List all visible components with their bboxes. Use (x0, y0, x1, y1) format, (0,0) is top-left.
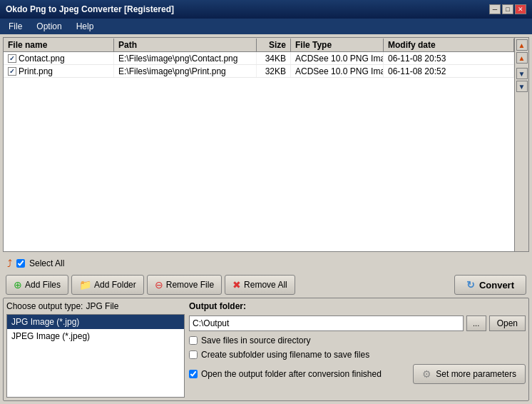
minimize-button[interactable]: ─ (489, 4, 501, 14)
scroll-up-button[interactable]: ▲ (516, 52, 528, 64)
menu-bar: File Option Help (0, 19, 532, 34)
save-source-row: Save files in source directory (189, 335, 526, 345)
browse-button[interactable]: ... (466, 315, 486, 331)
row2-checkbox[interactable] (8, 67, 16, 76)
convert-button[interactable]: ↻ Convert (454, 275, 526, 295)
main-content: File name Path Size File Type Modify dat… (0, 34, 532, 404)
set-params-button[interactable]: ⚙ Set more parameters (413, 364, 526, 384)
maximize-button[interactable]: □ (502, 4, 513, 14)
format-list: JPG Image (*.jpg) JPEG Image (*.jpeg) (6, 314, 185, 398)
bottom-panel: Choose output type: JPG File JPG Image (… (3, 298, 529, 401)
toolbar: ⊕ Add Files 📁 Add Folder ⊖ Remove File ✖… (3, 272, 529, 298)
row1-checkbox[interactable] (8, 54, 16, 63)
row1-moddate: 06-11-08 20:53 (384, 52, 514, 64)
open-folder-button[interactable]: Open (489, 315, 526, 331)
window-controls: ─ □ ✕ (489, 4, 526, 14)
import-icon: ⤴ (7, 258, 12, 269)
open-after-row: Open the output folder after conversion … (189, 369, 382, 379)
col-path: Path (114, 39, 257, 51)
row2-path: E:\Files\image\png\Print.png (114, 65, 257, 77)
remove-file-button[interactable]: ⊖ Remove File (147, 275, 222, 295)
table-body: Contact.png E:\Files\image\png\Contact.p… (4, 52, 514, 78)
col-filetype: File Type (291, 39, 384, 51)
table-header: File name Path Size File Type Modify dat… (4, 38, 514, 52)
remove-icon: ⊖ (155, 279, 163, 291)
col-size: Size (257, 39, 291, 51)
file-list-container: File name Path Size File Type Modify dat… (3, 37, 529, 252)
select-all-checkbox[interactable] (16, 259, 25, 268)
format-jpeg[interactable]: JPEG Image (*.jpeg) (7, 329, 184, 343)
select-all-row: ⤴ Select All (3, 255, 529, 272)
table-row[interactable]: Contact.png E:\Files\image\png\Contact.p… (4, 52, 514, 65)
row2-checkbox-cell: Print.png (8, 66, 53, 76)
col-filename: File name (4, 39, 114, 51)
row1-path: E:\Files\image\png\Contact.png (114, 52, 257, 64)
format-jpg[interactable]: JPG Image (*.jpg) (7, 315, 184, 329)
output-type-label: Choose output type: JPG File (6, 301, 185, 311)
remove-all-icon: ✖ (232, 279, 241, 291)
save-source-checkbox[interactable] (189, 336, 198, 345)
row2-filetype: ACDSee 10.0 PNG Image (291, 65, 384, 77)
folder-path-input[interactable] (189, 315, 464, 331)
row1-size: 34KB (257, 52, 291, 64)
file-table: File name Path Size File Type Modify dat… (4, 38, 514, 251)
gear-icon: ⚙ (422, 368, 431, 380)
scroll-bottom-button[interactable]: ▼ (516, 81, 528, 92)
scroll-down-button[interactable]: ▼ (516, 68, 528, 79)
output-folder-section: Output folder: ... Open Save files in so… (189, 301, 526, 398)
menu-help[interactable]: Help (73, 21, 97, 32)
menu-option[interactable]: Option (34, 21, 64, 32)
convert-icon: ↻ (466, 279, 475, 291)
table-row[interactable]: Print.png E:\Files\image\png\Print.png 3… (4, 65, 514, 78)
open-after-checkbox[interactable] (189, 370, 198, 378)
row1-checkbox-cell: Contact.png (8, 54, 65, 64)
col-moddate: Modify date (384, 39, 514, 51)
subfolder-label: Create subfolder using filename to save … (201, 350, 369, 360)
title-bar: Okdo Png to Jpeg Converter [Registered] … (0, 0, 532, 19)
row2-size: 32KB (257, 65, 291, 77)
remove-all-button[interactable]: ✖ Remove All (225, 275, 295, 295)
row2-moddate: 06-11-08 20:52 (384, 65, 514, 77)
row1-filename: Contact.png (4, 52, 114, 64)
add-folder-button[interactable]: 📁 Add Folder (71, 275, 144, 295)
folder-icon: 📁 (79, 279, 91, 291)
add-icon: ⊕ (14, 279, 22, 291)
open-after-label: Open the output folder after conversion … (201, 369, 382, 379)
scroll-top-button[interactable]: ▲ (516, 39, 528, 51)
output-folder-label: Output folder: (189, 301, 526, 311)
add-files-button[interactable]: ⊕ Add Files (6, 275, 68, 295)
output-type-section: Choose output type: JPG File JPG Image (… (6, 301, 185, 398)
scroll-buttons: ▲ ▲ ▼ ▼ (514, 38, 528, 251)
close-button[interactable]: ✕ (515, 4, 526, 14)
subfolder-row: Create subfolder using filename to save … (189, 350, 526, 360)
select-all-label: Select All (29, 258, 64, 268)
open-after-row-container: Open the output folder after conversion … (189, 364, 526, 384)
save-source-label: Save files in source directory (201, 335, 310, 345)
menu-file[interactable]: File (6, 21, 25, 32)
row2-filename: Print.png (4, 65, 114, 77)
subfolder-checkbox[interactable] (189, 350, 198, 359)
row1-filetype: ACDSee 10.0 PNG Image (291, 52, 384, 64)
folder-row: ... Open (189, 315, 526, 331)
window-title: Okdo Png to Jpeg Converter [Registered] (6, 4, 174, 14)
